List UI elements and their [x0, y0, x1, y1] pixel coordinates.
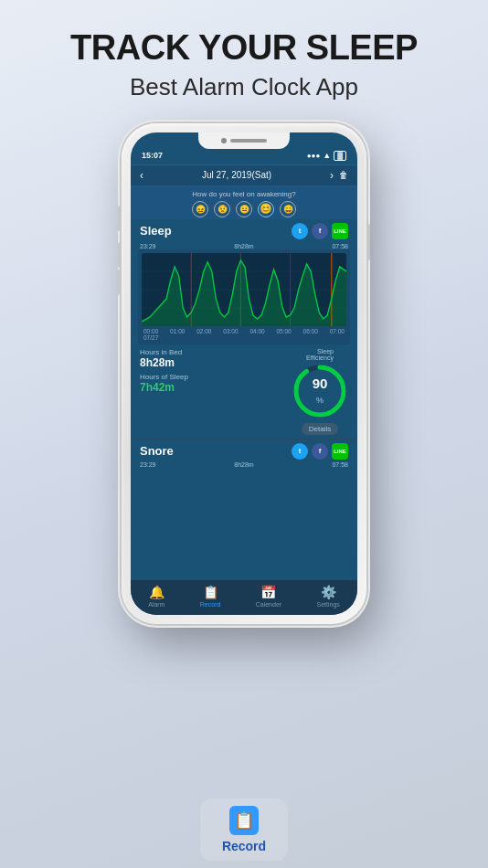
stats-left: Hours in Bed 8h28m Hours of Sleep 7h42m [140, 348, 284, 397]
header: TRACK YOUR SLEEP Best Alarm Clock App [0, 0, 488, 111]
sleep-chart-svg [142, 253, 346, 326]
snore-header: Snore t f LINE [140, 443, 348, 460]
trash-icon[interactable]: 🗑 [339, 170, 348, 180]
sleep-header: Sleep t f LINE [131, 219, 357, 241]
nav-record[interactable]: 📋 Record [200, 585, 221, 608]
snore-line-btn[interactable]: LINE [332, 443, 348, 460]
sleep-label: Sleep [140, 224, 172, 238]
stats-section: Hours in Bed 8h28m Hours of Sleep 7h42m … [131, 344, 357, 435]
efficiency-number: 90 % [313, 376, 328, 406]
status-icons: ●●● ▲ ▓ [307, 151, 346, 161]
mood-neutral[interactable]: 😐 [236, 201, 252, 217]
chart-start-time: 23:29 [140, 243, 156, 249]
record-label: Record [222, 839, 266, 853]
hours-of-sleep-label: Hours of Sleep [140, 373, 284, 381]
camera-dot [221, 138, 227, 143]
hours-of-sleep-value: 7h42m [140, 381, 284, 394]
twitter-share-btn[interactable]: t [292, 223, 308, 239]
chart-label-0: 00:0007/27 [143, 328, 158, 341]
snore-twitter-btn[interactable]: t [292, 443, 308, 460]
social-icons: t f LINE [292, 223, 348, 239]
chart-label-6: 06:00 [303, 328, 318, 341]
wifi-icon: ▲ [323, 151, 331, 160]
chart-label-4: 04:00 [249, 328, 264, 341]
mood-very-happy[interactable]: 😄 [280, 201, 296, 217]
chart-label-3: 03:00 [223, 328, 238, 341]
mood-section: How do you feel on awakening? 😖 😟 😐 😊 😄 [131, 186, 357, 219]
chart-svg-area [142, 253, 346, 326]
chart-label-7: 07:00 [330, 328, 345, 341]
snore-section: Snore t f LINE 23:29 8h28m 07:58 [131, 439, 357, 468]
battery-icon: ▓ [334, 151, 346, 161]
snore-label: Snore [140, 444, 174, 458]
record-icon: 📋 [229, 806, 259, 835]
snore-times: 23:29 8h28m 07:58 [140, 461, 348, 468]
chart-x-labels: 00:0007/27 01:00 02:00 03:00 04:00 05:00… [142, 326, 346, 341]
efficiency-circle: 90 % [292, 363, 348, 419]
nav-calender[interactable]: 📅 Calender [256, 585, 281, 608]
mood-happy[interactable]: 😊 [258, 201, 274, 217]
facebook-share-btn[interactable]: f [312, 223, 328, 239]
sleep-chart: 00:0007/27 01:00 02:00 03:00 04:00 05:00… [138, 249, 350, 344]
mood-sad[interactable]: 😟 [214, 201, 230, 217]
alarm-nav-label: Alarm [148, 601, 164, 608]
nav-date: Jul 27, 2019(Sat) [202, 170, 271, 180]
nav-alarm[interactable]: 🔔 Alarm [148, 585, 164, 608]
record-nav-icon: 📋 [203, 585, 218, 599]
record-nav-label: Record [200, 601, 221, 608]
chart-duration: 8h28m [234, 243, 253, 249]
snore-start: 23:29 [140, 461, 156, 468]
line-share-btn[interactable]: LINE [332, 223, 348, 239]
mood-icons: 😖 😟 😐 😊 😄 [131, 201, 357, 217]
sleep-efficiency-label: SleepEfficiency [306, 348, 334, 361]
chart-header-times: 23:29 8h28m 07:58 [131, 241, 357, 249]
record-area[interactable]: 📋 Record [200, 799, 288, 861]
calender-nav-icon: 📅 [260, 585, 276, 599]
record-tab-area: 📋 Record [0, 799, 488, 868]
nav-settings[interactable]: ⚙️ Settings [316, 585, 339, 608]
snore-end: 07:58 [332, 461, 348, 468]
phone-notch [198, 132, 290, 149]
snore-duration: 8h28m [234, 461, 253, 468]
chart-label-5: 05:00 [276, 328, 291, 341]
phone-screen: 15:07 ●●● ▲ ▓ ‹ Jul 27, 2019(Sat) › 🗑 Ho… [131, 132, 357, 615]
date-nav: ‹ Jul 27, 2019(Sat) › 🗑 [131, 164, 357, 186]
mood-question: How do you feel on awakening? [131, 190, 357, 198]
calender-nav-label: Calender [256, 601, 281, 608]
chart-end-time: 07:58 [332, 243, 348, 249]
sub-title: Best Alarm Clock App [18, 73, 470, 101]
snore-social-icons: t f LINE [292, 443, 348, 460]
efficiency-value: 90 [313, 376, 328, 389]
settings-nav-label: Settings [316, 601, 339, 608]
chart-label-2: 02:00 [196, 328, 211, 341]
hours-in-bed-label: Hours in Bed [140, 348, 284, 356]
efficiency-circle-container: SleepEfficiency 90 % Details [292, 348, 348, 435]
status-time: 15:07 [142, 151, 163, 160]
main-title: TRACK YOUR SLEEP [18, 29, 470, 68]
details-button[interactable]: Details [302, 423, 338, 435]
speaker-bar [230, 139, 267, 143]
signal-icon: ●●● [307, 152, 321, 160]
hours-in-bed-value: 8h28m [140, 356, 284, 369]
phone-mockup: 15:07 ●●● ▲ ▓ ‹ Jul 27, 2019(Sat) › 🗑 Ho… [0, 123, 488, 624]
alarm-nav-icon: 🔔 [149, 585, 164, 599]
svg-marker-7 [142, 260, 346, 326]
bottom-nav: 🔔 Alarm 📋 Record 📅 Calender ⚙️ Settings [131, 579, 357, 615]
hours-in-bed-group: Hours in Bed 8h28m [140, 348, 284, 369]
chart-label-1: 01:00 [170, 328, 185, 341]
mood-very-sad[interactable]: 😖 [192, 201, 208, 217]
hours-of-sleep-group: Hours of Sleep 7h42m [140, 373, 284, 394]
prev-arrow[interactable]: ‹ [140, 169, 143, 182]
efficiency-pct: % [316, 395, 324, 404]
phone-frame: 15:07 ●●● ▲ ▓ ‹ Jul 27, 2019(Sat) › 🗑 Ho… [122, 123, 366, 624]
snore-facebook-btn[interactable]: f [312, 443, 328, 460]
settings-nav-icon: ⚙️ [321, 585, 336, 599]
next-arrow[interactable]: › [330, 169, 334, 182]
